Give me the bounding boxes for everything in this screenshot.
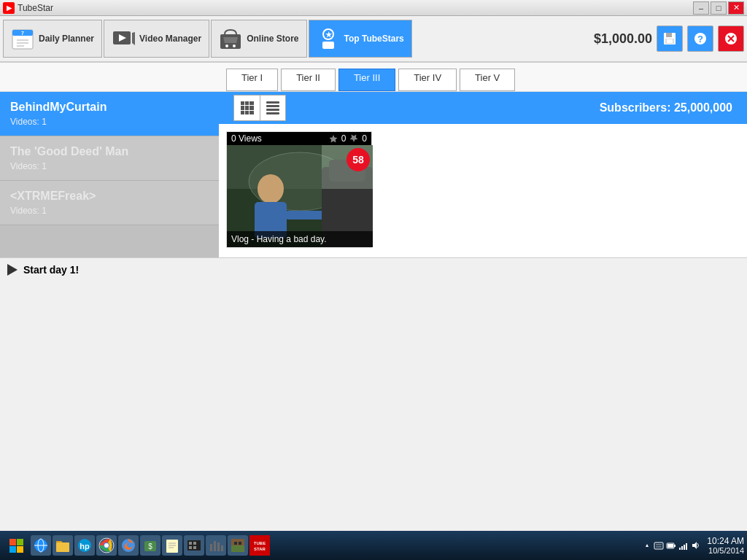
play-icon (7, 264, 18, 276)
video-score-badge: 58 (347, 148, 370, 171)
creator-name-0: BehindMyCurtain (10, 101, 209, 114)
taskbar-hp-icon[interactable]: hp (74, 535, 95, 556)
taskbar-minecraft-icon[interactable] (228, 535, 248, 556)
svg-rect-80 (679, 548, 681, 550)
svg-rect-52 (166, 540, 178, 553)
creator-videos-1: Videos: 1 (10, 161, 209, 171)
svg-rect-82 (684, 545, 685, 550)
subscribers-bar: Subscribers: 25,000,000 (219, 92, 747, 124)
daily-planner-label: Daily Planner (39, 34, 94, 44)
app-icon-text: ▶ (7, 4, 12, 12)
like-count: 0 (341, 133, 347, 144)
svg-rect-74 (654, 542, 663, 549)
help-button[interactable]: ? (687, 26, 713, 52)
close-button[interactable]: ✕ (728, 1, 744, 15)
svg-rect-42 (56, 542, 69, 552)
video-title: Vlog - Having a bad day. (231, 234, 327, 244)
nav-tab-daily-planner[interactable]: 7 Daily Planner (3, 20, 102, 58)
dislike-count: 0 (362, 133, 367, 144)
svg-rect-15 (322, 42, 334, 49)
nav-right: $1,000.00 ? (594, 26, 744, 52)
svg-rect-59 (189, 546, 192, 549)
svg-point-29 (258, 174, 284, 203)
title-text: TubeStar (18, 3, 53, 13)
svg-rect-37 (9, 546, 16, 553)
svg-rect-70 (249, 535, 270, 556)
creator-videos-2: Videos: 1 (10, 206, 209, 216)
video-likes: 0 0 (328, 133, 367, 144)
creator-list: BehindMyCurtain Videos: 1 The 'Good Deed… (0, 92, 219, 257)
taskbar-folder-icon[interactable] (53, 535, 73, 556)
svg-rect-68 (234, 542, 237, 545)
svg-rect-63 (214, 541, 216, 551)
close-app-button[interactable] (718, 26, 744, 52)
restore-button[interactable]: □ (711, 1, 727, 15)
online-store-icon (219, 27, 242, 50)
svg-text:hp: hp (80, 542, 90, 551)
svg-rect-64 (217, 542, 220, 551)
grid-view-button[interactable] (233, 95, 260, 121)
svg-rect-78 (667, 544, 673, 548)
svg-point-49 (122, 539, 135, 552)
tier-tab-5[interactable]: Tier V (460, 69, 515, 91)
tier-tab-1[interactable]: Tier I (226, 69, 278, 91)
svg-marker-7 (132, 32, 135, 45)
svg-point-11 (233, 44, 236, 47)
svg-text:$: $ (148, 542, 152, 551)
svg-rect-65 (221, 545, 223, 551)
tier-tabs: Tier I Tier II Tier III Tier IV Tier V (0, 63, 747, 92)
creator-item-2[interactable]: <XTRMEFreak> Videos: 1 (0, 181, 219, 225)
taskbar-equalizer-icon[interactable] (206, 535, 226, 556)
creator-name-2: <XTRMEFreak> (10, 190, 209, 203)
taskbar-chrome-icon[interactable] (96, 535, 117, 556)
tier-tab-2[interactable]: Tier II (281, 69, 336, 91)
svg-rect-69 (239, 542, 241, 545)
creator-item-1[interactable]: The 'Good Deed' Man Videos: 1 (0, 136, 219, 181)
taskbar-ie-icon[interactable] (31, 535, 51, 556)
subscribers-text: Subscribers: 25,000,000 (600, 101, 732, 114)
svg-rect-35 (9, 539, 16, 545)
svg-text:7: 7 (21, 31, 24, 36)
nav-tab-video-manager[interactable]: Video Manager (104, 20, 209, 58)
svg-text:★: ★ (325, 31, 332, 39)
top-tubestars-label: Top TubeStars (344, 34, 404, 44)
taskbar-firefox-icon[interactable] (118, 535, 139, 556)
svg-rect-17 (666, 33, 672, 37)
nav-tab-top-tubestars[interactable]: ★ Top TubeStars (309, 20, 412, 58)
svg-rect-62 (210, 544, 212, 551)
creator-name-1: The 'Good Deed' Man (10, 145, 209, 158)
video-manager-label: Video Manager (139, 34, 201, 44)
svg-point-48 (104, 543, 109, 548)
nav-bar: 7 Daily Planner Video Manager (0, 16, 747, 63)
svg-rect-31 (284, 211, 328, 219)
video-card[interactable]: 0 Views 0 0 (226, 131, 372, 248)
svg-rect-19 (667, 39, 673, 43)
start-day-label: Start day 1! (23, 264, 79, 276)
taskbar-tubestar-icon[interactable]: TUBE STAR (249, 535, 270, 556)
taskbar-right: 10:24 AM 10/5/2014 (640, 536, 744, 555)
creator-item-0[interactable]: BehindMyCurtain Videos: 1 (0, 92, 219, 136)
taskbar-film-icon[interactable] (184, 535, 204, 556)
svg-rect-81 (681, 546, 683, 550)
app-icon: ▶ (3, 2, 15, 14)
taskbar-security-icon[interactable]: $ (140, 535, 160, 556)
taskbar-notes-icon[interactable] (162, 535, 182, 556)
list-view-button[interactable] (260, 95, 286, 121)
title-bar: ▶ TubeStar – □ ✕ (0, 0, 747, 16)
start-button[interactable] (3, 535, 29, 556)
top-tubestars-icon: ★ (317, 27, 340, 50)
online-store-label: Online Store (247, 34, 298, 44)
tier-tab-4[interactable]: Tier IV (398, 69, 457, 91)
svg-text:STAR: STAR (254, 547, 266, 551)
nav-tab-online-store[interactable]: Online Store (211, 20, 306, 58)
svg-rect-67 (231, 539, 244, 545)
tier-tab-3[interactable]: Tier III (338, 69, 395, 91)
save-button[interactable] (657, 26, 683, 52)
volume-icon (691, 540, 701, 551)
svg-rect-36 (17, 539, 23, 545)
video-area: 0 Views 0 0 (219, 124, 747, 257)
daily-planner-icon: 7 (11, 27, 34, 50)
svg-text:?: ? (697, 34, 703, 44)
minimize-button[interactable]: – (693, 1, 709, 15)
money-display: $1,000.00 (594, 31, 652, 47)
